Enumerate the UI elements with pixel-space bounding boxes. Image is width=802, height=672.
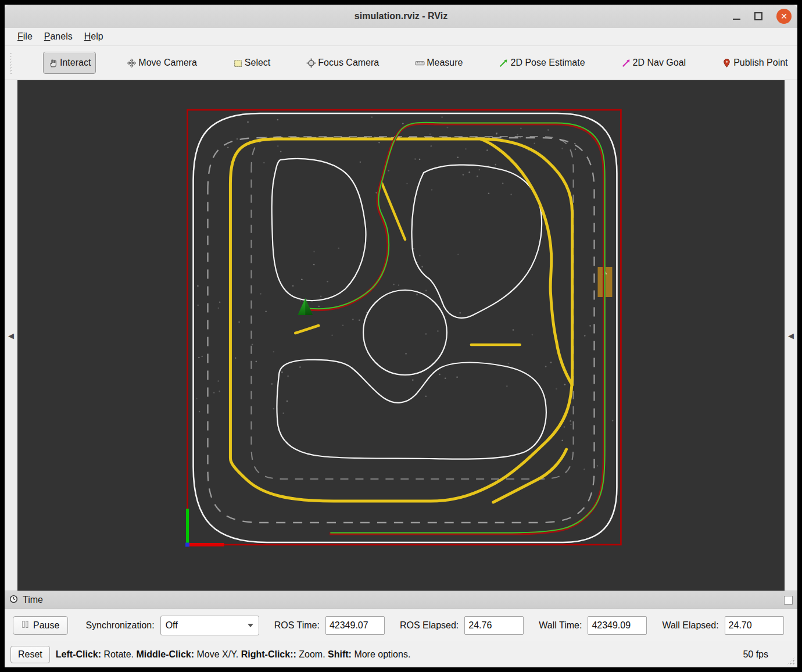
menubar: File Panels Help	[5, 28, 797, 46]
close-icon: ✕	[780, 12, 787, 21]
mouse-hints: Left-Click: Rotate. Middle-Click: Move X…	[56, 649, 411, 660]
trajectory-green	[308, 123, 604, 533]
dropdown-caret-icon	[248, 624, 253, 627]
window-title: simulation.rviz - RViz	[5, 11, 797, 22]
3d-viewport[interactable]	[17, 80, 785, 591]
hint-left-click: Left-Click:	[56, 649, 101, 659]
hint-shift: Shift:	[328, 649, 352, 659]
main-area: ◀	[5, 80, 797, 591]
hint-right-click: Right-Click::	[241, 649, 296, 659]
close-button[interactable]: ✕	[776, 9, 792, 24]
origin-axes	[185, 509, 224, 547]
left-collapse-arrow-icon[interactable]: ◀	[8, 332, 14, 339]
tool-label: Focus Camera	[318, 58, 379, 68]
hand-icon	[48, 58, 58, 68]
tool-label: Publish Point	[733, 58, 787, 68]
reset-label: Reset	[18, 649, 42, 660]
toolbar: Interact Move Camera Select Focus Camera…	[5, 46, 797, 80]
hint-middle-click-desc: Move X/Y.	[194, 649, 241, 659]
fps-counter: 50 fps	[743, 649, 792, 660]
island-top-left	[272, 159, 366, 301]
right-collapse-arrow-icon[interactable]: ◀	[788, 332, 794, 339]
tool-label: Select	[245, 58, 270, 68]
wall-elapsed-label: Wall Elapsed:	[662, 620, 718, 631]
ruler-icon	[415, 58, 425, 68]
tool-2d-pose-estimate[interactable]: 2D Pose Estimate	[493, 52, 590, 74]
sync-value: Off	[166, 620, 178, 631]
pause-button[interactable]: Pause	[13, 616, 68, 635]
time-panel-header: Time	[5, 591, 797, 609]
tool-label: Interact	[60, 58, 91, 68]
wall-time-label: Wall Time:	[539, 620, 582, 631]
reset-button[interactable]: Reset	[10, 646, 50, 663]
green-arrow-icon	[499, 58, 509, 68]
trajectory-red	[307, 123, 604, 534]
magenta-arrow-icon	[621, 58, 631, 68]
time-panel-content: Pause Synchronization: Off ROS Time: 423…	[5, 609, 797, 641]
time-panel: Time Pause Synchronization: Off ROS Time…	[5, 591, 797, 641]
ros-time-field[interactable]: 42349.07	[325, 616, 385, 635]
menu-panels[interactable]: Panels	[44, 31, 73, 42]
status-bar: Reset Left-Click: Rotate. Middle-Click: …	[5, 641, 797, 667]
clock-icon	[9, 595, 18, 606]
menu-file[interactable]: File	[17, 31, 33, 42]
ros-elapsed-label: ROS Elapsed:	[400, 620, 459, 631]
tool-label: 2D Nav Goal	[633, 58, 686, 68]
tool-measure[interactable]: Measure	[410, 52, 468, 74]
time-panel-title: Time	[23, 595, 43, 605]
tool-publish-point[interactable]: Publish Point	[717, 52, 793, 74]
tool-label: Measure	[427, 58, 463, 68]
raceline-dash-2	[295, 326, 318, 333]
pause-icon	[22, 620, 29, 631]
sync-dropdown[interactable]: Off	[160, 616, 259, 635]
map-pin-icon	[722, 58, 732, 68]
right-panel-collapsed: ◀	[785, 80, 797, 591]
tool-2d-nav-goal[interactable]: 2D Nav Goal	[616, 52, 692, 74]
maximize-button[interactable]	[754, 12, 762, 20]
wall-time-field[interactable]: 42349.09	[588, 616, 647, 635]
sync-label: Synchronization:	[85, 620, 154, 631]
toolbar-drag-handle[interactable]	[9, 52, 13, 74]
menu-help[interactable]: Help	[84, 31, 103, 42]
titlebar: simulation.rviz - RViz ✕	[5, 5, 797, 28]
tool-interact[interactable]: Interact	[43, 52, 96, 74]
tool-select[interactable]: Select	[228, 52, 275, 74]
island-top-right	[412, 165, 542, 318]
pause-label: Pause	[33, 620, 59, 631]
wall-elapsed-field[interactable]: 24.70	[725, 616, 784, 635]
hint-middle-click: Middle-Click:	[137, 649, 195, 659]
window-controls: ✕	[733, 5, 792, 28]
selection-box-icon	[233, 58, 243, 68]
hint-right-click-desc: Zoom.	[296, 649, 328, 659]
hint-shift-desc: More options.	[352, 649, 410, 659]
time-panel-detach-button[interactable]	[784, 596, 793, 605]
z-axis-blue-dot	[185, 543, 189, 547]
rviz-window: simulation.rviz - RViz ✕ File Panels Hel…	[5, 5, 797, 667]
left-panel-collapsed: ◀	[5, 80, 17, 591]
tool-label: Move Camera	[138, 58, 196, 68]
tool-focus-camera[interactable]: Focus Camera	[301, 52, 384, 74]
ros-elapsed-field[interactable]: 24.76	[464, 616, 524, 635]
crosshair-icon	[306, 58, 316, 68]
island-center	[363, 290, 447, 375]
lane-marking-inner	[251, 137, 573, 479]
move-arrows-icon	[127, 58, 137, 68]
tool-move-camera[interactable]: Move Camera	[121, 52, 202, 74]
tool-label: 2D Pose Estimate	[510, 58, 585, 68]
hint-left-click-desc: Rotate.	[101, 649, 136, 659]
minimize-button[interactable]	[733, 19, 740, 20]
raceline-loop	[230, 139, 572, 501]
scene-canvas	[17, 80, 785, 591]
ros-time-label: ROS Time:	[274, 620, 320, 631]
raceline-branch-top-right	[481, 139, 572, 385]
